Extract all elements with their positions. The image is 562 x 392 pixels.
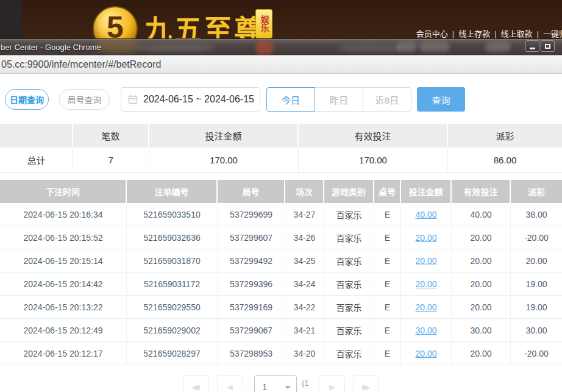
first-page-button[interactable]: ◀◀: [183, 375, 209, 392]
bet-amount-link[interactable]: 20.00: [415, 233, 436, 243]
session: 34-24: [285, 273, 324, 296]
table-no: E: [374, 296, 401, 319]
table-header-row: 下注时间 注单编号 局号 场次 游戏类别 桌号 投注金额 有效投注 派彩: [0, 180, 562, 203]
col-payout: 派彩: [511, 180, 562, 203]
session: 34-25: [285, 249, 324, 273]
summary-header-payout: 派彩: [448, 124, 562, 148]
bet-time: 2024-06-15 20:15:52: [0, 226, 127, 249]
maximize-button[interactable]: [541, 40, 555, 52]
minimize-button[interactable]: [525, 40, 539, 52]
total-count: 7: [73, 148, 149, 172]
maximize-icon: [545, 44, 550, 49]
censored-blur: [485, 42, 511, 52]
logo-badge: 娱乐: [255, 9, 272, 38]
session: 34-20: [285, 342, 324, 365]
table-no: E: [374, 203, 401, 226]
bet-amount-cell: 20.00: [401, 296, 452, 319]
payout-cell: -20.00: [511, 226, 562, 249]
bet-amount-link[interactable]: 20.00: [415, 302, 436, 312]
date-range-value: 2024-06-15 ~ 2024-06-15: [143, 94, 254, 105]
payout-cell: 19.00: [511, 296, 562, 319]
total-payout: 86.00: [448, 148, 562, 172]
session: 34-22: [285, 296, 324, 319]
browser-titlebar[interactable]: ber Center - Google Chrome: [0, 38, 562, 55]
summary-table: 笔数 投注金额 有效投注 派彩 总计 7 170.00 170.00 86.00: [0, 124, 562, 173]
summary-header-row: 笔数 投注金额 有效投注 派彩: [0, 124, 562, 148]
bet-time: 2024-06-15 20:13:22: [0, 296, 127, 319]
url-text: 05.cc:9900/infe/mcenter/#/betRecord: [1, 59, 161, 70]
header-nav: 会员中心|线上存款|线上取款|一键归: [416, 27, 562, 39]
bet-amount-cell: 20.00: [401, 342, 452, 365]
session: 34-21: [285, 319, 324, 342]
bet-amount-link[interactable]: 20.00: [415, 349, 436, 358]
page-info: (1: [302, 379, 309, 388]
page-select[interactable]: 1: [254, 375, 297, 392]
bet-amount-link[interactable]: 20.00: [415, 256, 436, 266]
total-valid-bet: 170.00: [299, 148, 448, 172]
address-bar[interactable]: 05.cc:9900/infe/mcenter/#/betRecord: [0, 55, 562, 74]
today-button[interactable]: 今日: [266, 87, 315, 112]
next-page-icon: ▶: [329, 383, 335, 391]
game-type: 百家乐: [324, 226, 374, 249]
col-bet-amount: 投注金额: [401, 180, 452, 203]
game-type: 百家乐: [324, 296, 374, 319]
window-title: ber Center - Google Chrome: [1, 43, 101, 52]
bet-record-page: 日期查询 局号查询 2024-06-15 ~ 2024-06-15 今日 昨日 …: [0, 74, 562, 392]
bet-time: 2024-06-15 20:12:17: [0, 342, 127, 365]
bet-amount-cell: 40.00: [401, 203, 452, 226]
first-page-icon: ◀◀: [191, 383, 196, 391]
game-type: 百家乐: [324, 319, 374, 342]
bet-id: 521659029002: [127, 319, 218, 342]
bet-id: 521659031870: [127, 249, 218, 273]
payout-cell: 19.00: [511, 273, 562, 296]
bet-amount-cell: 20.00: [401, 273, 452, 296]
game-type: 百家乐: [324, 273, 374, 296]
game-type: 百家乐: [324, 249, 374, 273]
table-no: E: [374, 226, 401, 249]
valid-bet: 20.00: [452, 273, 511, 296]
bet-id: 521659029550: [127, 296, 218, 319]
last8days-button[interactable]: 近8日: [363, 87, 411, 112]
payout-cell: 30.00: [511, 319, 562, 342]
session: 34-27: [285, 203, 324, 226]
round-id: 537299607: [218, 226, 285, 249]
next-page-button[interactable]: ▶: [319, 375, 345, 392]
table-no: E: [374, 319, 401, 342]
yesterday-button[interactable]: 昨日: [315, 87, 363, 112]
date-range-input[interactable]: 2024-06-15 ~ 2024-06-15: [121, 87, 260, 112]
nav-one-key[interactable]: 一键归: [543, 29, 562, 38]
blurred-logo-ghost: [94, 40, 141, 53]
nav-withdraw[interactable]: 线上取款: [501, 29, 533, 38]
table-no: E: [374, 249, 401, 273]
screen: 5 九五至尊 娱乐 会员中心|线上存款|线上取款|一键归 ber Center …: [0, 0, 562, 392]
nav-deposit[interactable]: 线上存款: [458, 29, 490, 38]
last-page-button[interactable]: ▶▶: [353, 375, 379, 392]
dropdown-arrow-icon: [285, 386, 291, 389]
round-query-tab[interactable]: 局号查询: [59, 89, 110, 110]
summary-header-valid-bet: 有效投注: [299, 124, 448, 148]
bet-amount-cell: 20.00: [401, 249, 452, 273]
round-id: 537299067: [218, 319, 285, 342]
table-row: 2024-06-15 20:14:42 521659031172 5372993…: [0, 273, 562, 296]
bet-amount-link[interactable]: 30.00: [415, 326, 436, 335]
valid-bet: 20.00: [452, 226, 511, 249]
valid-bet: 20.00: [452, 342, 511, 365]
nav-member-center[interactable]: 会员中心: [416, 29, 448, 38]
session: 34-26: [285, 226, 324, 249]
blurred-decoration: [337, 45, 403, 52]
table-no: E: [374, 342, 401, 365]
prev-page-button[interactable]: ◀: [217, 375, 243, 392]
date-query-tab[interactable]: 日期查询: [5, 89, 49, 110]
game-type: 百家乐: [324, 342, 374, 365]
col-valid-bet: 有效投注: [452, 180, 511, 203]
round-id: 537299169: [218, 296, 285, 319]
bet-amount-link[interactable]: 40.00: [415, 210, 436, 219]
table-row: 2024-06-15 20:16:34 521659033510 5372996…: [0, 203, 562, 226]
round-id: 537299396: [218, 273, 285, 296]
search-button[interactable]: 查询: [417, 87, 465, 112]
col-game: 游戏类别: [324, 180, 374, 203]
col-bet-id: 注单编号: [127, 180, 218, 203]
bet-amount-link[interactable]: 20.00: [415, 279, 436, 289]
total-label: 总计: [0, 148, 73, 172]
payout-cell: 38.00: [511, 203, 562, 226]
